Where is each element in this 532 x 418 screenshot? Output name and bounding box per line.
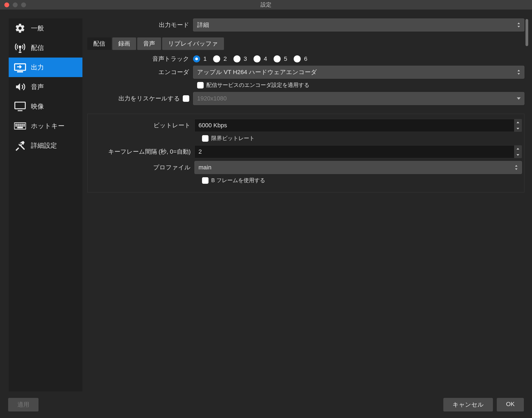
profile-select[interactable]: main: [194, 161, 522, 174]
radio-icon: [233, 55, 241, 62]
rescale-output-label: 出力をリスケールする: [118, 94, 180, 103]
keyframe-interval-input[interactable]: 2: [194, 145, 522, 158]
svg-point-9: [16, 126, 17, 126]
cancel-button[interactable]: キャンセル: [443, 398, 493, 411]
encoder-select[interactable]: アップル VT H264 ハードウェアエンコーダ: [193, 66, 524, 79]
bframes-checkbox[interactable]: [202, 177, 209, 184]
ok-button[interactable]: OK: [497, 398, 524, 411]
tab-record[interactable]: 録画: [112, 37, 136, 50]
sidebar-item-label: 出力: [31, 63, 44, 72]
keyboard-icon: [14, 121, 27, 131]
audio-track-6[interactable]: 6: [294, 55, 307, 62]
radio-icon: [254, 55, 261, 62]
profile-label: プロファイル: [89, 163, 194, 172]
sidebar-item-audio[interactable]: 音声: [9, 77, 82, 97]
svg-point-13: [24, 126, 24, 126]
limit-bitrate-label: 限界ビットレート: [211, 135, 255, 142]
spinner-buttons: [514, 145, 522, 158]
sidebar-item-label: 音声: [31, 83, 44, 91]
tab-stream[interactable]: 配信: [87, 37, 111, 50]
titlebar: 設定: [0, 0, 532, 10]
audio-track-2[interactable]: 2: [213, 55, 227, 62]
encoder-settings-group: ビットレート 6000 Kbps: [87, 114, 524, 192]
svg-rect-14: [18, 127, 23, 128]
svg-point-10: [18, 126, 18, 126]
spinner-up-button[interactable]: [514, 145, 522, 152]
dialog-footer: 適用 キャンセル OK: [0, 394, 532, 418]
svg-point-8: [24, 124, 24, 125]
profile-value: main: [198, 164, 211, 171]
settings-content: 出力モード 詳細 配信 録画 音声 リプレイバッファ: [87, 18, 524, 391]
sidebar-item-label: ホットキー: [31, 122, 65, 130]
chevron-down-icon: [515, 93, 523, 104]
audio-track-radio-group: 1 2 3 4: [193, 55, 307, 62]
tools-icon: [14, 140, 27, 151]
updown-icon: [515, 20, 523, 30]
close-window-button[interactable]: [4, 2, 9, 7]
tab-replay-buffer[interactable]: リプレイバッファ: [162, 37, 224, 50]
radio-icon: [193, 55, 200, 62]
sidebar-item-label: 映像: [31, 102, 44, 111]
enforce-encoder-checkbox[interactable]: [197, 82, 204, 88]
output-mode-label: 出力モード: [87, 21, 193, 29]
apply-button[interactable]: 適用: [8, 398, 39, 411]
sidebar-item-general[interactable]: 一般: [9, 18, 82, 38]
spinner-up-button[interactable]: [514, 119, 522, 125]
monitor-icon: [14, 101, 27, 112]
audio-track-5[interactable]: 5: [274, 55, 287, 62]
spinner-down-button[interactable]: [514, 125, 522, 132]
encoder-value: アップル VT H264 ハードウェアエンコーダ: [197, 68, 317, 76]
svg-point-0: [19, 46, 21, 48]
broadcast-icon: [14, 42, 27, 53]
output-icon: [14, 62, 27, 73]
rescale-resolution-select[interactable]: 1920x1080: [193, 92, 524, 105]
maximize-window-button[interactable]: [21, 2, 26, 7]
sidebar-item-label: 配信: [31, 43, 44, 52]
sidebar-item-output[interactable]: 出力: [9, 58, 82, 77]
sidebar-item-advanced[interactable]: 詳細設定: [9, 136, 82, 155]
speaker-icon: [14, 81, 27, 92]
updown-icon: [515, 67, 523, 77]
bitrate-input[interactable]: 6000 Kbps: [194, 119, 522, 132]
bitrate-label: ビットレート: [89, 121, 194, 129]
output-mode-select[interactable]: 詳細: [193, 18, 524, 31]
keyframe-interval-value: 2: [198, 148, 202, 155]
settings-sidebar: 一般 配信 出力 音声 映像: [9, 18, 82, 391]
enforce-encoder-label: 配信サービスのエンコーダ設定を適用する: [206, 81, 309, 89]
audio-track-4[interactable]: 4: [254, 55, 267, 62]
gear-icon: [14, 23, 27, 34]
svg-point-5: [18, 124, 18, 125]
svg-point-6: [20, 124, 21, 125]
sidebar-item-label: 詳細設定: [31, 141, 57, 150]
audio-track-label: 音声トラック: [87, 55, 193, 63]
svg-rect-2: [15, 102, 25, 109]
audio-track-1[interactable]: 1: [193, 55, 207, 62]
spinner-buttons: [514, 119, 522, 132]
svg-point-4: [16, 124, 17, 125]
sidebar-item-label: 一般: [31, 24, 44, 33]
sidebar-item-hotkeys[interactable]: ホットキー: [9, 116, 82, 136]
rescale-output-checkbox[interactable]: [183, 95, 189, 102]
bitrate-value: 6000 Kbps: [198, 122, 227, 129]
tab-audio[interactable]: 音声: [137, 37, 161, 50]
rescale-resolution-value: 1920x1080: [197, 95, 227, 102]
vertical-scrollbar[interactable]: [525, 19, 528, 46]
minimize-window-button[interactable]: [13, 2, 18, 7]
window-title: 設定: [261, 1, 271, 8]
svg-point-12: [22, 126, 23, 126]
svg-point-11: [20, 126, 21, 126]
bframes-label: B フレームを使用する: [211, 177, 265, 184]
encoder-label: エンコーダ: [87, 68, 193, 76]
sidebar-item-stream[interactable]: 配信: [9, 38, 82, 58]
spinner-down-button[interactable]: [514, 152, 522, 158]
radio-icon: [274, 55, 281, 62]
svg-point-7: [22, 124, 23, 125]
output-mode-value: 詳細: [197, 21, 209, 29]
sidebar-item-video[interactable]: 映像: [9, 97, 82, 116]
keyframe-interval-label: キーフレーム間隔 (秒, 0=自動): [89, 148, 194, 156]
radio-icon: [294, 55, 301, 62]
updown-icon: [512, 162, 520, 173]
audio-track-3[interactable]: 3: [233, 55, 247, 62]
limit-bitrate-checkbox[interactable]: [202, 135, 209, 142]
output-tabs: 配信 録画 音声 リプレイバッファ: [87, 37, 524, 50]
